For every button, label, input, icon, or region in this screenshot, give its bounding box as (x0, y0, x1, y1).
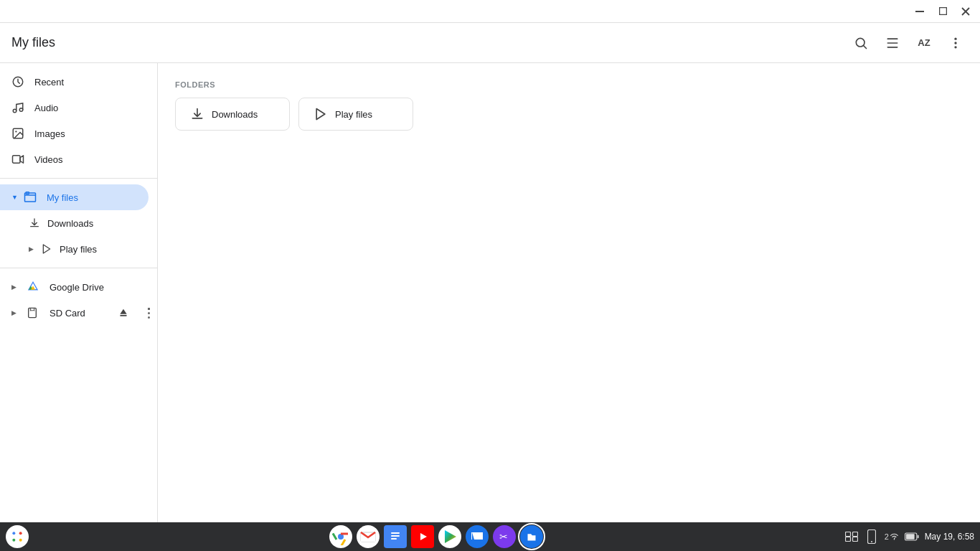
taskbar-gmail[interactable] (357, 525, 380, 548)
svg-point-51 (893, 539, 895, 540)
toolbar: My files AZ (0, 23, 980, 63)
sd-card-chevron-icon: ▶ (11, 309, 17, 316)
sidebar-item-my-files[interactable]: ▼ My files (0, 184, 149, 210)
svg-rect-1 (939, 8, 946, 15)
sd-card-menu-button[interactable] (143, 305, 154, 321)
close-button[interactable] (954, 0, 977, 23)
taskbar-docs[interactable] (384, 525, 407, 548)
svg-rect-21 (29, 308, 37, 317)
my-files-chevron-icon: ▼ (11, 194, 18, 201)
svg-rect-8 (887, 47, 898, 48)
taskbar-clipchamp[interactable]: ✂ (493, 525, 516, 548)
svg-rect-23 (120, 315, 126, 316)
svg-point-13 (13, 109, 17, 113)
sidebar-item-downloads[interactable]: Downloads (0, 210, 149, 236)
sidebar-item-sd-card[interactable]: ▶ SD Card (0, 300, 143, 326)
virtual-desk-icon[interactable] (844, 529, 859, 544)
svg-rect-46 (852, 532, 857, 537)
svg-point-50 (871, 541, 872, 542)
more-options-button[interactable] (943, 30, 969, 56)
search-button[interactable] (848, 30, 874, 56)
taskbar-play[interactable] (438, 525, 461, 548)
eject-button[interactable] (115, 304, 132, 321)
sidebar-item-audio[interactable]: Audio (0, 95, 149, 121)
audio-icon (11, 101, 26, 114)
taskbar-system-tray: 2 May 19, 6:58 (844, 529, 974, 544)
svg-rect-45 (845, 532, 850, 537)
svg-point-25 (12, 532, 15, 534)
folder-play-files[interactable]: Play files (298, 98, 413, 131)
svg-point-16 (15, 131, 17, 132)
svg-point-9 (954, 37, 956, 39)
svg-line-5 (864, 45, 867, 48)
folder-downloads-icon (190, 107, 204, 121)
maximize-button[interactable] (931, 0, 954, 23)
folders-section-label: Folders (175, 80, 963, 89)
images-icon (11, 127, 26, 140)
svg-rect-34 (391, 532, 400, 534)
svg-text:✂: ✂ (499, 531, 508, 542)
svg-marker-20 (43, 245, 50, 253)
battery-icon[interactable] (905, 529, 919, 544)
svg-rect-35 (391, 535, 400, 537)
sidebar-item-play-files[interactable]: ▶ Play files (0, 236, 149, 262)
sidebar-item-my-files-label: My files (47, 192, 137, 203)
folder-play-files-icon (314, 107, 328, 121)
my-files-icon (24, 191, 38, 204)
phone-hub-icon[interactable] (864, 529, 879, 544)
sort-button[interactable]: AZ (911, 30, 937, 56)
taskbar-chrome[interactable] (329, 525, 352, 548)
page-title: My files (11, 35, 848, 50)
sidebar-item-audio-label: Audio (34, 103, 137, 113)
svg-point-26 (19, 532, 22, 534)
svg-point-11 (954, 46, 956, 48)
taskbar-apps: ✂ (29, 525, 844, 548)
list-view-button[interactable] (880, 30, 905, 56)
svg-marker-22 (120, 309, 126, 314)
videos-icon (11, 153, 26, 166)
sidebar-item-images[interactable]: Images (0, 121, 149, 146)
sidebar-item-play-files-label: Play files (60, 244, 97, 255)
svg-rect-47 (845, 537, 850, 542)
svg-rect-54 (905, 534, 914, 539)
sidebar-item-videos-label: Videos (34, 154, 137, 165)
svg-rect-6 (887, 38, 898, 39)
content-area: Recent Audio (0, 63, 980, 522)
svg-point-10 (954, 42, 956, 44)
folders-grid: Downloads Play files (175, 98, 963, 131)
svg-rect-36 (391, 538, 397, 540)
main-panel: Folders Downloads (158, 63, 980, 522)
sidebar-item-google-drive-label: Google Drive (50, 282, 137, 293)
folder-play-files-label: Play files (335, 109, 372, 120)
folder-downloads[interactable]: Downloads (175, 98, 290, 131)
sidebar-item-recent[interactable]: Recent (0, 69, 149, 95)
sidebar-item-sd-card-label: SD Card (50, 308, 106, 319)
svg-rect-7 (887, 42, 898, 44)
svg-rect-0 (915, 11, 924, 12)
downloads-sub-icon (29, 217, 40, 229)
recent-icon (11, 75, 26, 88)
svg-marker-24 (316, 109, 325, 120)
play-files-sub-icon (41, 243, 52, 255)
file-manager-window: My files AZ (0, 23, 980, 522)
minimize-button[interactable] (908, 0, 931, 23)
taskbar-messages[interactable] (466, 525, 489, 548)
sidebar-sdcard-row: ▶ SD Card (0, 300, 157, 326)
sidebar-divider-1 (0, 178, 157, 179)
taskbar-youtube[interactable] (411, 525, 434, 548)
play-files-chevron-icon: ▶ (29, 245, 34, 253)
sidebar-item-google-drive[interactable]: ▶ Google Drive (0, 274, 149, 300)
taskbar-files[interactable] (520, 525, 543, 548)
taskbar-left (6, 525, 29, 548)
sidebar-item-videos[interactable]: Videos (0, 146, 149, 172)
taskbar: ✂ 2 (0, 522, 980, 551)
google-drive-chevron-icon: ▶ (11, 283, 17, 291)
folder-downloads-label: Downloads (212, 109, 258, 120)
wifi-icon[interactable]: 2 (885, 529, 899, 544)
sidebar-item-images-label: Images (34, 128, 137, 139)
launcher-button[interactable] (6, 525, 29, 548)
svg-rect-48 (852, 537, 857, 542)
sidebar: Recent Audio (0, 63, 158, 522)
system-time[interactable]: May 19, 6:58 (925, 532, 974, 542)
sidebar-divider-2 (0, 268, 157, 268)
